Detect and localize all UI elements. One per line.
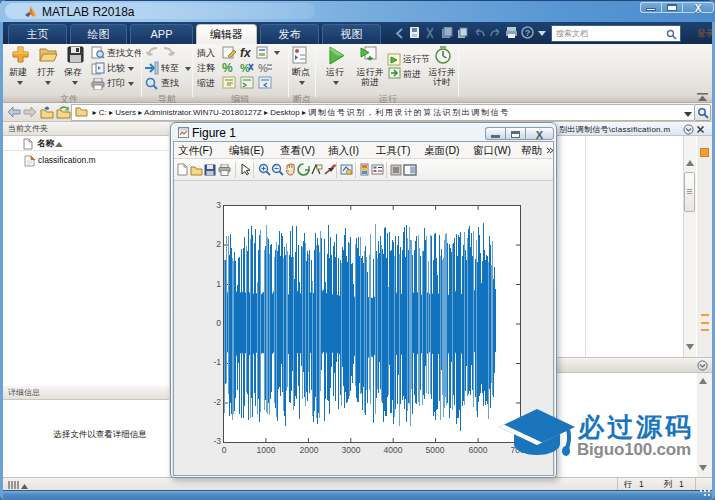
svg-text:%: %: [258, 62, 268, 74]
svg-text:?: ?: [525, 28, 531, 38]
svg-text:%: %: [222, 61, 233, 74]
svg-text:%: %: [240, 62, 250, 74]
